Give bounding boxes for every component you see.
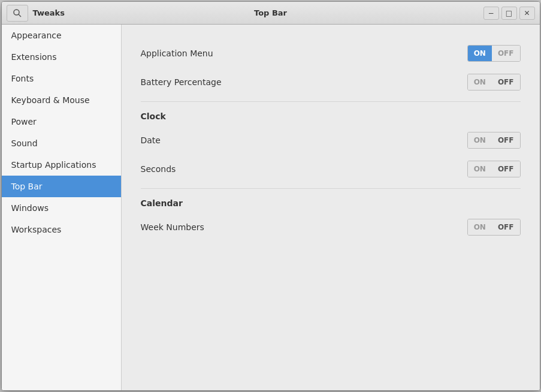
setting-label: Battery Percentage [141, 77, 222, 87]
toggle-on-label: ON [468, 74, 492, 90]
section-header-clock: Clock [141, 111, 521, 123]
setting-label: Application Menu [141, 49, 213, 58]
sidebar: AppearanceExtensionsFontsKeyboard & Mous… [2, 25, 122, 390]
svg-point-0 [14, 10, 19, 15]
toggle-application-menu[interactable]: ONOFF [467, 45, 521, 62]
setting-row-week-numbers: Week NumbersONOFF [141, 213, 521, 242]
sidebar-item-fonts[interactable]: Fonts [2, 68, 121, 89]
window-controls: − □ ✕ [483, 7, 535, 20]
section-header-calendar: Calendar [141, 198, 521, 210]
main-area: AppearanceExtensionsFontsKeyboard & Mous… [2, 25, 540, 390]
sidebar-item-keyboard-mouse[interactable]: Keyboard & Mouse [2, 89, 121, 111]
toggle-battery-percentage[interactable]: ONOFF [467, 74, 521, 91]
maximize-button[interactable]: □ [501, 7, 517, 20]
sidebar-item-extensions[interactable]: Extensions [2, 46, 121, 68]
toggle-on-label: ON [468, 161, 492, 177]
toggle-seconds[interactable]: ONOFF [467, 161, 521, 177]
toggle-off-label: OFF [492, 219, 520, 235]
sidebar-item-power[interactable]: Power [2, 111, 121, 132]
main-window: Tweaks Top Bar − □ ✕ AppearanceExtension… [1, 1, 540, 391]
sidebar-item-workspaces[interactable]: Workspaces [2, 219, 121, 240]
sidebar-item-windows[interactable]: Windows [2, 197, 121, 219]
toggle-on-label: ON [468, 46, 492, 61]
toggle-off-label: OFF [492, 74, 520, 90]
toggle-off-label: OFF [492, 46, 520, 61]
setting-row-battery-percentage: Battery PercentageONOFF [141, 68, 521, 97]
setting-row-seconds: SecondsONOFF [141, 155, 521, 183]
app-name: Tweaks [33, 8, 65, 17]
separator [141, 188, 521, 189]
sidebar-item-sound[interactable]: Sound [2, 132, 121, 154]
sidebar-item-top-bar[interactable]: Top Bar [2, 176, 121, 197]
close-button[interactable]: ✕ [519, 7, 535, 20]
content-area: Application MenuONOFFBattery PercentageO… [122, 25, 540, 390]
setting-row-date: DateONOFF [141, 126, 521, 155]
setting-label: Date [141, 135, 161, 145]
minimize-button[interactable]: − [483, 7, 499, 20]
search-icon [13, 8, 22, 18]
titlebar: Tweaks Top Bar − □ ✕ [2, 2, 540, 25]
toggle-off-label: OFF [492, 132, 520, 148]
sidebar-item-appearance[interactable]: Appearance [2, 25, 121, 46]
setting-label: Seconds [141, 164, 176, 174]
toggle-week-numbers[interactable]: ONOFF [467, 219, 521, 236]
setting-label: Week Numbers [141, 222, 204, 232]
toggle-on-label: ON [468, 132, 492, 148]
toggle-date[interactable]: ONOFF [467, 132, 521, 149]
toggle-off-label: OFF [492, 161, 520, 177]
separator [141, 101, 521, 102]
window-title: Top Bar [254, 8, 287, 17]
sidebar-item-startup-applications[interactable]: Startup Applications [2, 154, 121, 176]
search-button[interactable] [7, 5, 28, 22]
svg-line-1 [19, 14, 21, 17]
setting-row-application-menu: Application MenuONOFF [141, 39, 521, 68]
toggle-on-label: ON [468, 219, 492, 235]
